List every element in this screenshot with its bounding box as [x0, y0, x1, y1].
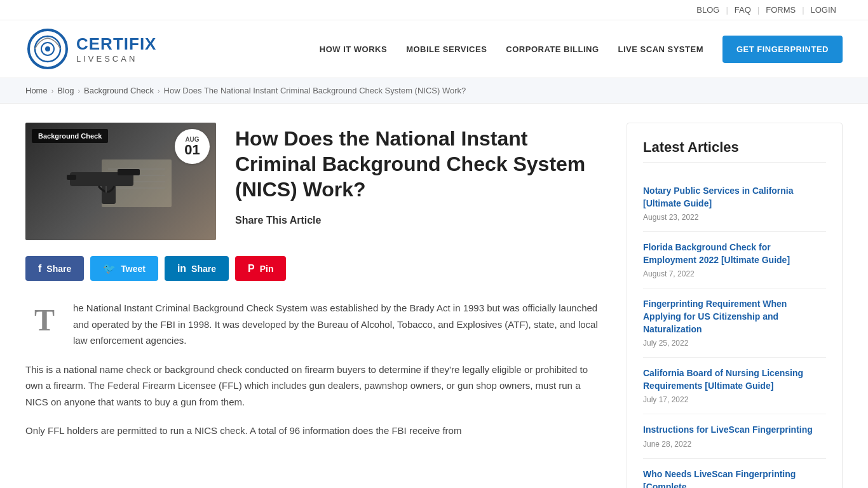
chevron-icon-3: › — [158, 87, 160, 95]
gun-illustration — [64, 153, 178, 210]
breadcrumb: Home › Blog › Background Check › How Doe… — [0, 78, 868, 104]
list-item: Fingerprinting Requirement When Applying… — [643, 288, 826, 358]
article-link-3[interactable]: Fingerprinting Requirement When Applying… — [643, 298, 826, 336]
logo-icon — [25, 27, 70, 71]
topbar-blog-link[interactable]: BLOG — [690, 5, 726, 15]
logo-text: CERTIFIX LIVESCAN — [76, 34, 156, 64]
article-date-1: August 23, 2022 — [643, 213, 826, 222]
article-image-wrapper: Background Check AUG 01 — [25, 123, 216, 240]
pinterest-share-label: Pin — [260, 264, 274, 274]
chevron-icon-2: › — [78, 87, 80, 95]
article-area: Background Check AUG 01 How Does the Nat… — [25, 123, 601, 488]
list-item: California Board of Nursing Licensing Re… — [643, 358, 826, 414]
topbar-login-link[interactable]: LOGIN — [804, 5, 843, 15]
pinterest-icon: P — [248, 263, 255, 274]
article-day: 01 — [184, 143, 200, 157]
topbar-forms-link[interactable]: FORMS — [759, 5, 802, 15]
sidebar: Latest Articles Notary Public Services i… — [627, 123, 843, 488]
main-nav: HOW IT WORKS MOBILE SERVICES CORPORATE B… — [320, 36, 843, 63]
logo-livescan: LIVESCAN — [76, 54, 156, 64]
logo-certifix: CERTIFIX — [76, 34, 156, 54]
chevron-icon-1: › — [51, 87, 54, 95]
article-date-5: June 28, 2022 — [643, 440, 826, 449]
article-title-area: How Does the National Instant Criminal B… — [235, 123, 601, 240]
twitter-share-button[interactable]: 🐦 Tweet — [90, 256, 158, 281]
logo[interactable]: CERTIFIX LIVESCAN — [25, 27, 156, 71]
list-item: Instructions for LiveScan Fingerprinting… — [643, 414, 826, 459]
article-date-3: July 25, 2022 — [643, 339, 826, 348]
drop-cap: T — [25, 301, 64, 339]
list-item: Florida Background Check for Employment … — [643, 232, 826, 288]
topbar-faq-link[interactable]: FAQ — [728, 5, 757, 15]
get-fingerprinted-button[interactable]: GET FINGERPRINTED — [722, 36, 843, 63]
date-circle: AUG 01 — [175, 129, 210, 164]
facebook-share-button[interactable]: f Share — [25, 256, 84, 281]
svg-point-3 — [45, 46, 50, 51]
sidebar-card: Latest Articles Notary Public Services i… — [627, 123, 843, 488]
pinterest-share-button[interactable]: P Pin — [235, 256, 286, 281]
linkedin-share-button[interactable]: in Share — [165, 256, 229, 281]
nav-how-it-works[interactable]: HOW IT WORKS — [320, 44, 387, 54]
facebook-icon: f — [38, 263, 41, 274]
facebook-share-label: Share — [46, 264, 71, 274]
share-label: Share This Article — [235, 215, 601, 226]
list-item: Notary Public Services in California [Ul… — [643, 175, 826, 232]
list-item: Who Needs LiveScan Fingerprinting [Compl… — [643, 459, 826, 488]
article-header: Background Check AUG 01 How Does the Nat… — [25, 123, 601, 240]
svg-rect-10 — [118, 169, 140, 175]
svg-rect-11 — [67, 175, 76, 180]
linkedin-icon: in — [177, 263, 186, 274]
nav-live-scan-system[interactable]: LIVE SCAN SYSTEM — [618, 44, 703, 54]
article-paragraph-2: This is a national name check or backgro… — [25, 362, 601, 410]
main-container: Background Check AUG 01 How Does the Nat… — [0, 104, 868, 488]
nav-mobile-services[interactable]: MOBILE SERVICES — [406, 44, 487, 54]
linkedin-share-label: Share — [191, 264, 216, 274]
breadcrumb-blog[interactable]: Blog — [57, 86, 74, 95]
breadcrumb-category[interactable]: Background Check — [84, 86, 154, 95]
top-bar: BLOG | FAQ | FORMS | LOGIN — [0, 0, 868, 20]
nav-corporate-billing[interactable]: CORPORATE BILLING — [506, 44, 599, 54]
breadcrumb-current: How Does The National Instant Criminal B… — [164, 86, 466, 95]
share-buttons: f Share 🐦 Tweet in Share P Pin — [25, 256, 601, 281]
article-badge: Background Check — [32, 129, 108, 143]
article-link-4[interactable]: California Board of Nursing Licensing Re… — [643, 367, 826, 392]
article-link-1[interactable]: Notary Public Services in California [Ul… — [643, 185, 826, 210]
article-intro-paragraph: T he National Instant Criminal Backgroun… — [25, 300, 601, 349]
article-link-2[interactable]: Florida Background Check for Employment … — [643, 241, 826, 266]
article-link-6[interactable]: Who Needs LiveScan Fingerprinting [Compl… — [643, 468, 826, 488]
article-date-2: August 7, 2022 — [643, 269, 826, 278]
header: CERTIFIX LIVESCAN HOW IT WORKS MOBILE SE… — [0, 20, 868, 78]
article-paragraph-3: Only FFL holders are permitted to run a … — [25, 423, 601, 439]
twitter-share-label: Tweet — [121, 264, 146, 274]
article-title: How Does the National Instant Criminal B… — [235, 126, 601, 202]
article-body: T he National Instant Criminal Backgroun… — [25, 300, 601, 439]
breadcrumb-home[interactable]: Home — [25, 86, 48, 95]
sidebar-title: Latest Articles — [643, 139, 826, 163]
twitter-icon: 🐦 — [103, 262, 116, 274]
intro-text: he National Instant Criminal Background … — [73, 300, 601, 349]
article-link-5[interactable]: Instructions for LiveScan Fingerprinting — [643, 424, 826, 437]
article-date-4: July 17, 2022 — [643, 395, 826, 404]
